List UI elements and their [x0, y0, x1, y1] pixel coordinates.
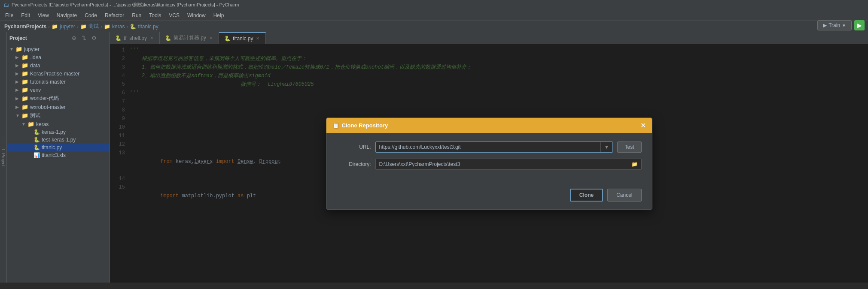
breadcrumb-folder-icon-1: 📁	[52, 24, 58, 30]
dialog-footer: Clone Cancel	[326, 184, 652, 209]
run-button[interactable]: ▶	[854, 20, 865, 30]
tab-icon-tf-shell: 🐍	[115, 35, 122, 41]
menu-help[interactable]: Help	[210, 11, 228, 20]
tree-label-wxrobot: wxrobot-master	[30, 104, 66, 110]
sidebar: Project ⊕ ⇅ ⚙ − ▼ 📁 jupyter ▶ 📁 .idea ▶ …	[7, 32, 110, 283]
dialog-test-button[interactable]: Test	[617, 141, 641, 153]
breadcrumb-jupyter[interactable]: jupyter	[60, 24, 75, 30]
dialog-url-input[interactable]	[376, 142, 600, 152]
tab-close-tf-shell[interactable]: ✕	[149, 36, 154, 40]
editor-area: 🐍 tf_shell.py ✕ 🐍 简易计算器.py ✕ 🐍 titanic.p…	[110, 32, 868, 283]
arrow-icon: ▶	[15, 79, 21, 84]
arrow-icon: ▶	[15, 71, 21, 76]
menu-refactor[interactable]: Refactor	[101, 11, 128, 20]
tree-label-data: data	[30, 63, 40, 69]
menu-navigate[interactable]: Navigate	[53, 11, 80, 20]
tab-calculator[interactable]: 🐍 简易计算器.py ✕	[160, 32, 219, 44]
arrow-icon: ▼	[9, 47, 15, 51]
dialog-title-text: Clone Repository	[342, 122, 388, 129]
tab-close-calculator[interactable]: ✕	[208, 36, 213, 40]
title-bar: 🗂 PycharmProjects [E:\jupyter\PycharmPro…	[0, 0, 868, 10]
tab-tf-shell[interactable]: 🐍 tf_shell.py ✕	[110, 32, 160, 44]
dialog-url-row: URL: ▼ Test	[337, 141, 642, 153]
menu-tools[interactable]: Tools	[146, 11, 164, 20]
file-icon-titanic: 🐍	[34, 144, 40, 151]
menu-vcs[interactable]: VCS	[165, 11, 183, 20]
menu-window[interactable]: Window	[184, 11, 209, 20]
folder-icon-idea: 📁	[21, 54, 28, 60]
code-area: 1 ''' 2 根据泰坦尼克号的游客信息，来预测每个人可能生还的概率。重点在于：…	[110, 44, 868, 283]
menu-code[interactable]: Code	[81, 11, 101, 20]
tab-close-titanic[interactable]: ✕	[255, 36, 260, 41]
tab-titanic[interactable]: 🐍 titanic.py ✕	[219, 32, 266, 44]
menu-view[interactable]: View	[34, 11, 52, 20]
dialog-close-button[interactable]: ✕	[640, 121, 646, 129]
project-tab-label[interactable]: 1: Project	[0, 32, 7, 283]
tree-item-wxrobot[interactable]: ▶ 📁 wxrobot-master	[7, 103, 110, 111]
breadcrumb-test[interactable]: 测试	[88, 23, 99, 30]
tree-item-keras-master[interactable]: ▶ 📁 KerasPractise-master	[7, 69, 110, 78]
sidebar-collapse-icon[interactable]: −	[100, 34, 107, 42]
sidebar-sync-icon[interactable]: ⇅	[80, 34, 88, 42]
tab-label-tf-shell: tf_shell.py	[124, 35, 147, 41]
tree-item-keras-1[interactable]: ▶ 🐍 keras-1.py	[7, 128, 110, 136]
tree-item-wonder[interactable]: ▶ 📁 wonder-代码	[7, 94, 110, 103]
dialog-cancel-button[interactable]: Cancel	[607, 189, 641, 202]
tree-label-tutorials: tutorials-master	[30, 79, 66, 85]
dialog-directory-input-wrap: 📁	[375, 159, 642, 170]
folder-icon-venv: 📁	[21, 87, 28, 93]
tree-label-wonder: wonder-代码	[30, 95, 59, 102]
sidebar-settings-icon[interactable]: ⚙	[90, 34, 98, 42]
tree-item-idea[interactable]: ▶ 📁 .idea	[7, 53, 110, 61]
top-right-controls: ▶ Train ▼ ▶	[817, 20, 865, 30]
file-tree: ▼ 📁 jupyter ▶ 📁 .idea ▶ 📁 data ▶ 📁 Keras…	[7, 44, 110, 283]
tree-item-test-keras-1[interactable]: ▶ 🐍 test-keras-1.py	[7, 136, 110, 144]
arrow-icon: ▶	[15, 87, 21, 92]
menu-run[interactable]: Run	[128, 11, 145, 20]
breadcrumb-root[interactable]: PycharmProjects	[4, 24, 46, 30]
folder-icon-test: 📁	[21, 112, 28, 119]
tab-icon-titanic: 🐍	[224, 36, 231, 42]
tree-label-keras: keras	[36, 121, 49, 127]
arrow-icon: ▼	[15, 113, 21, 118]
sidebar-add-icon[interactable]: ⊕	[70, 34, 78, 42]
dialog-title-icon: 📋	[332, 122, 339, 129]
tree-label-test-keras-1: test-keras-1.py	[42, 137, 76, 143]
folder-icon-keras-master: 📁	[21, 70, 28, 77]
menu-edit[interactable]: Edit	[18, 11, 34, 20]
tree-item-titanic[interactable]: ▶ 🐍 titanic.py	[7, 144, 110, 151]
tree-label-titanic: titanic.py	[42, 144, 62, 151]
dialog-url-dropdown[interactable]: ▼	[600, 142, 613, 152]
arrow-icon: ▶	[15, 55, 21, 60]
tree-label-idea: .idea	[30, 54, 41, 60]
tabs-bar: 🐍 tf_shell.py ✕ 🐍 简易计算器.py ✕ 🐍 titanic.p…	[110, 32, 868, 44]
dialog-browse-icon[interactable]: 📁	[628, 160, 641, 169]
sidebar-title: Project	[9, 35, 68, 41]
folder-icon-keras: 📁	[27, 121, 34, 127]
tree-item-keras[interactable]: ▼ 📁 keras	[7, 120, 110, 128]
tree-label-test: 测试	[30, 112, 40, 119]
tree-item-jupyter[interactable]: ▼ 📁 jupyter	[7, 45, 110, 53]
dialog-clone-button[interactable]: Clone	[570, 189, 603, 202]
breadcrumb-folder-icon-3: 📁	[104, 24, 110, 30]
train-button[interactable]: ▶ Train ▼	[817, 20, 852, 30]
tree-item-titanic-xls[interactable]: ▶ 📊 titanic3.xls	[7, 151, 110, 159]
tree-item-venv[interactable]: ▶ 📁 venv	[7, 86, 110, 94]
arrow-icon: ▼	[21, 122, 27, 126]
folder-icon-wxrobot: 📁	[21, 104, 28, 110]
dialog-directory-input[interactable]	[376, 159, 628, 169]
folder-icon-wonder: 📁	[21, 95, 28, 102]
breadcrumb-keras[interactable]: keras	[112, 24, 125, 30]
dialog-title-bar: 📋 Clone Repository ✕	[326, 118, 652, 133]
tree-item-data[interactable]: ▶ 📁 data	[7, 61, 110, 69]
menu-file[interactable]: File	[2, 11, 17, 20]
tab-icon-calculator: 🐍	[165, 35, 171, 41]
breadcrumb-bar: PycharmProjects › 📁 jupyter › 📁 测试 › 📁 k…	[0, 21, 868, 32]
tree-label-keras-master: KerasPractise-master	[30, 71, 79, 77]
main-layout: 1: Project Project ⊕ ⇅ ⚙ − ▼ 📁 jupyter ▶…	[0, 32, 868, 283]
breadcrumb-file[interactable]: titanic.py	[138, 24, 158, 30]
tree-item-tutorials[interactable]: ▶ 📁 tutorials-master	[7, 78, 110, 86]
breadcrumb-folder-icon-2: 📁	[80, 24, 87, 30]
file-icon-test-keras-1: 🐍	[34, 137, 40, 143]
tree-item-test[interactable]: ▼ 📁 测试	[7, 111, 110, 120]
